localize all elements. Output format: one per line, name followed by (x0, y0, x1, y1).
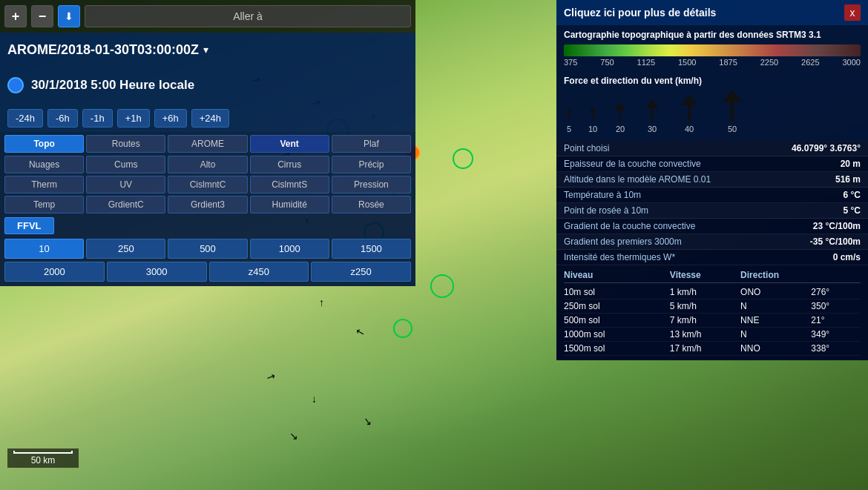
locate-button[interactable]: ⬇ (58, 5, 80, 27)
layer-nuages-button[interactable]: Nuages (4, 156, 84, 173)
alt-3000-button[interactable]: 3000 (107, 262, 207, 282)
rp-header: Cliquez ici pour plus de détails x (556, 0, 868, 25)
ffvl-button[interactable]: FFVL (4, 217, 54, 234)
topo-labels: 375 750 1125 1500 1875 2250 2625 3000 (564, 58, 861, 67)
alt-10-button[interactable]: 10 (4, 239, 84, 259)
alt-2000-button[interactable]: 2000 (4, 262, 105, 282)
scale-line (13, 451, 73, 454)
time-minus6h-button[interactable]: -6h (47, 109, 78, 128)
datetime-label: 30/1/2018 5:00 Heure locale (31, 78, 194, 93)
wind-arrow-map: ↑ (319, 297, 324, 308)
layer-rosee-button[interactable]: Rosée (332, 196, 411, 213)
wind-arrow-20 (611, 102, 629, 123)
wind-table-row-250m: 250m sol 5 km/h N 350° (564, 299, 861, 314)
time-plus6h-button[interactable]: +6h (154, 109, 187, 128)
alt-z250-button[interactable]: z250 (311, 262, 411, 282)
wind-arrow-map: ↘ (289, 430, 298, 442)
topo-bar (564, 44, 861, 56)
wind-arrow-50 (715, 90, 749, 123)
wind-arrow-40 (675, 95, 703, 123)
layer-vent-button[interactable]: Vent (250, 135, 329, 153)
model-dropdown-arrow[interactable]: ▾ (203, 44, 208, 56)
topo-section: Cartographie topographique à partir des … (556, 25, 868, 71)
wind-item-10: 10 (586, 107, 599, 133)
datetime-bar: 30/1/2018 5:00 Heure locale (0, 67, 415, 104)
data-row-rosee: Point de rosée à 10m 5 °C (556, 203, 868, 219)
blue-dot (7, 77, 24, 93)
zoom-in-button[interactable]: + (4, 5, 27, 27)
wind-table-row-1000m: 1000m sol 13 km/h N 349° (564, 328, 861, 342)
wind-item-50: 50 (715, 90, 749, 133)
wind-arrow-30 (641, 99, 663, 123)
zoom-out-button[interactable]: − (31, 5, 53, 27)
wind-arrow-5 (564, 108, 574, 123)
alt-250-button[interactable]: 250 (86, 239, 165, 259)
svg-marker-9 (681, 95, 697, 105)
svg-marker-3 (589, 107, 596, 113)
model-label: AROME/2018-01-30T03:00:00Z (7, 42, 199, 58)
layer-plaf-button[interactable]: Plaf (332, 135, 411, 153)
wind-table: Niveau Vitesse Direction 10m sol 1 km/h … (556, 265, 868, 360)
layer-cums-button[interactable]: Cums (86, 156, 165, 173)
alt-z450-button[interactable]: z450 (209, 262, 309, 282)
wind-table-row-10m: 10m sol 1 km/h ONO 276° (564, 285, 861, 299)
layer-humidite-button[interactable]: Humidité (250, 196, 329, 213)
data-row-gradient-conv: Gradient de la couche convective 23 °C/1… (556, 219, 868, 234)
wind-item-20: 20 (611, 102, 629, 133)
layer-temp-button[interactable]: Temp (4, 196, 84, 213)
map-circle (393, 319, 412, 338)
alt-1500-button[interactable]: 1500 (332, 239, 411, 259)
svg-marker-7 (645, 99, 659, 108)
layer-cislmnts-button[interactable]: CislmntS (250, 176, 329, 193)
layer-alto-button[interactable]: Alto (168, 156, 247, 173)
wind-item-40: 40 (675, 95, 703, 133)
svg-marker-5 (615, 102, 625, 110)
altitude-grid-row1: 10 250 500 1000 1500 (0, 236, 415, 262)
layer-grdientc-button[interactable]: GrdientC (86, 196, 165, 213)
wind-item-30: 30 (641, 99, 663, 133)
layer-uv-button[interactable]: UV (86, 176, 165, 193)
wind-arrow-10 (586, 107, 599, 123)
rp-title: Cliquez ici pour plus de détails (564, 7, 716, 19)
alt-1000-button[interactable]: 1000 (250, 239, 329, 259)
aller-a-button[interactable]: Aller à (85, 5, 411, 27)
layer-routes-button[interactable]: Routes (86, 135, 165, 153)
layer-grdient3-button[interactable]: Grdient3 (168, 196, 247, 213)
wind-table-row-500m: 500m sol 7 km/h NNE 21° (564, 314, 861, 328)
layer-precip-button[interactable]: Précip (332, 156, 411, 173)
rp-close-button[interactable]: x (844, 4, 861, 21)
data-section: Point choisi 46.0799° 3.6763° Epaisseur … (556, 141, 868, 265)
wind-section: Force et direction du vent (km/h) 5 10 (556, 71, 868, 141)
data-row-gradient-3000: Gradient des premiers 3000m -35 °C/100m (556, 234, 868, 250)
wind-title: Force et direction du vent (km/h) (564, 76, 861, 86)
altitude-grid-row2: 2000 3000 z450 z250 (0, 262, 415, 286)
layer-arome-button[interactable]: AROME (168, 135, 247, 153)
time-controls: -24h -6h -1h +1h +6h +24h (0, 104, 415, 132)
layer-cislmntc-button[interactable]: CislmntC (168, 176, 247, 193)
svg-marker-11 (722, 90, 743, 102)
data-row-point: Point choisi 46.0799° 3.6763° (556, 141, 868, 156)
top-bar: + − ⬇ Aller à (0, 0, 415, 33)
left-panel: + − ⬇ Aller à AROME/2018-01-30T03:00:00Z… (0, 0, 415, 286)
map-circle (453, 148, 473, 169)
topo-title: Cartographie topographique à partir des … (564, 30, 861, 40)
layer-topo-button[interactable]: Topo (4, 135, 84, 153)
scale-bar: 50 km (7, 448, 79, 468)
topo-gradient: 375 750 1125 1500 1875 2250 2625 3000 (564, 44, 861, 67)
wind-table-header: Niveau Vitesse Direction (564, 270, 861, 283)
right-panel: Cliquez ici pour plus de détails x Carto… (556, 0, 868, 360)
wind-item-5: 5 (564, 108, 574, 133)
time-plus24h-button[interactable]: +24h (191, 109, 229, 128)
time-minus24h-button[interactable]: -24h (7, 109, 43, 128)
data-row-temp: Température à 10m 6 °C (556, 188, 868, 203)
layer-pression-button[interactable]: Pression (332, 176, 411, 193)
time-minus1h-button[interactable]: -1h (82, 109, 113, 128)
layer-cirrus-button[interactable]: Cirrus (250, 156, 329, 173)
layer-grid-row1: Topo Routes AROME Vent Plaf (0, 132, 415, 156)
alt-500-button[interactable]: 500 (168, 239, 247, 259)
ffvl-row: FFVL (0, 216, 415, 236)
time-plus1h-button[interactable]: +1h (117, 109, 150, 128)
data-row-epaisseur: Epaisseur de la couche convective 20 m (556, 156, 868, 172)
data-row-altitude: Altitude dans le modèle AROME 0.01 516 m (556, 172, 868, 188)
layer-therm-button[interactable]: Therm (4, 176, 84, 193)
